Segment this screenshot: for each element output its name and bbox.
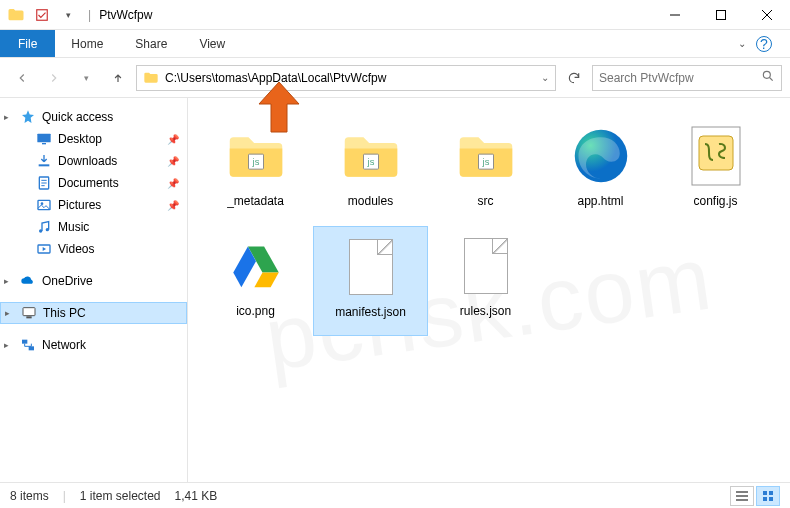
title-bar: ▾ | PtvWcfpw: [0, 0, 790, 30]
sidebar-item-label: Downloads: [58, 154, 117, 168]
chevron-right-icon[interactable]: ▸: [4, 276, 14, 286]
search-input[interactable]: [599, 71, 761, 85]
file-item[interactable]: manifest.json: [313, 226, 428, 336]
status-selection-count: 1 item selected: [80, 489, 161, 503]
sidebar-item-label: Desktop: [58, 132, 102, 146]
svg-rect-24: [699, 136, 733, 170]
chevron-right-icon[interactable]: ▸: [4, 112, 14, 122]
this-pc-icon: [21, 305, 37, 321]
tab-share[interactable]: Share: [119, 30, 183, 57]
pictures-icon: [36, 197, 52, 213]
sidebar-item-downloads[interactable]: Downloads 📌: [0, 150, 187, 172]
pin-icon: 📌: [167, 200, 179, 211]
address-path: C:\Users\tomas\AppData\Local\PtvWcfpw: [165, 71, 541, 85]
music-icon: [36, 219, 52, 235]
file-label: ico.png: [236, 304, 275, 318]
pin-icon: 📌: [167, 134, 179, 145]
chevron-right-icon[interactable]: ▸: [4, 340, 14, 350]
downloads-icon: [36, 153, 52, 169]
recent-dropdown-icon[interactable]: ▾: [72, 64, 100, 92]
title-separator: |: [88, 8, 91, 22]
sidebar-item-desktop[interactable]: Desktop 📌: [0, 128, 187, 150]
sidebar-item-label: Documents: [58, 176, 119, 190]
sidebar-item-label: Network: [42, 338, 86, 352]
annotation-arrow-icon: [254, 82, 304, 138]
sidebar-item-onedrive[interactable]: ▸ OneDrive: [0, 270, 187, 292]
search-box[interactable]: [592, 65, 782, 91]
svg-rect-12: [23, 308, 35, 316]
file-item[interactable]: jssrc: [428, 116, 543, 226]
ribbon-tabs: File Home Share View ⌄ ?: [0, 30, 790, 58]
svg-rect-1: [717, 10, 726, 19]
sidebar-item-videos[interactable]: Videos: [0, 238, 187, 260]
sidebar-item-label: This PC: [43, 306, 86, 320]
file-label: modules: [348, 194, 393, 208]
svg-rect-4: [42, 143, 46, 144]
sidebar-item-pictures[interactable]: Pictures 📌: [0, 194, 187, 216]
file-list[interactable]: pcrisk.com js_metadatajsmodulesjssrcapp.…: [188, 98, 790, 482]
file-item[interactable]: rules.json: [428, 226, 543, 336]
tab-view[interactable]: View: [183, 30, 241, 57]
onedrive-icon: [20, 273, 36, 289]
navigation-pane: ▸ Quick access Desktop 📌 Downloads 📌 Doc…: [0, 98, 188, 482]
sidebar-item-label: Pictures: [58, 198, 101, 212]
file-label: rules.json: [460, 304, 511, 318]
minimize-button[interactable]: [652, 0, 698, 30]
edge-icon: [569, 124, 633, 188]
sidebar-item-label: Quick access: [42, 110, 113, 124]
address-bar[interactable]: C:\Users\tomas\AppData\Local\PtvWcfpw ⌄: [136, 65, 556, 91]
sidebar-item-label: Videos: [58, 242, 94, 256]
sidebar-item-label: OneDrive: [42, 274, 93, 288]
sidebar-item-quick-access[interactable]: ▸ Quick access: [0, 106, 187, 128]
file-label: src: [478, 194, 494, 208]
address-dropdown-icon[interactable]: ⌄: [541, 72, 549, 83]
search-icon[interactable]: [761, 69, 775, 87]
sidebar-item-network[interactable]: ▸ Network: [0, 334, 187, 356]
details-view-button[interactable]: [730, 486, 754, 506]
pin-icon: 📌: [167, 178, 179, 189]
svg-rect-28: [769, 497, 773, 501]
status-item-count: 8 items: [10, 489, 49, 503]
help-icon[interactable]: ?: [756, 36, 772, 52]
sidebar-item-label: Music: [58, 220, 89, 234]
svg-rect-0: [37, 9, 48, 20]
blank-icon: [454, 234, 518, 298]
back-button[interactable]: [8, 64, 36, 92]
status-bar: 8 items | 1 item selected 1,41 KB: [0, 482, 790, 508]
drive-icon: [224, 234, 288, 298]
svg-rect-5: [39, 164, 50, 166]
close-button[interactable]: [744, 0, 790, 30]
window-title: PtvWcfpw: [99, 8, 152, 22]
view-mode-buttons: [730, 486, 780, 506]
svg-point-9: [39, 229, 42, 232]
sidebar-item-this-pc[interactable]: ▸ This PC: [0, 302, 187, 324]
forward-button[interactable]: [40, 64, 68, 92]
svg-rect-3: [37, 134, 50, 143]
tab-home[interactable]: Home: [55, 30, 119, 57]
file-item[interactable]: ico.png: [198, 226, 313, 336]
refresh-button[interactable]: [560, 65, 588, 91]
maximize-button[interactable]: [698, 0, 744, 30]
svg-rect-13: [26, 316, 31, 318]
sidebar-item-documents[interactable]: Documents 📌: [0, 172, 187, 194]
file-item[interactable]: config.js: [658, 116, 773, 226]
ribbon-expand-icon[interactable]: ⌄: [738, 38, 746, 49]
chevron-right-icon[interactable]: ▸: [5, 308, 15, 318]
blank-icon: [339, 235, 403, 299]
svg-point-10: [46, 228, 49, 231]
folder-icon: js: [454, 124, 518, 188]
documents-icon: [36, 175, 52, 191]
file-item[interactable]: app.html: [543, 116, 658, 226]
qat-dropdown-icon[interactable]: ▾: [56, 3, 80, 27]
js-icon: [684, 124, 748, 188]
file-item[interactable]: jsmodules: [313, 116, 428, 226]
file-label: _metadata: [227, 194, 284, 208]
properties-icon[interactable]: [30, 3, 54, 27]
up-button[interactable]: [104, 64, 132, 92]
folder-icon[interactable]: [4, 3, 28, 27]
large-icons-view-button[interactable]: [756, 486, 780, 506]
tab-file[interactable]: File: [0, 30, 55, 57]
sidebar-item-music[interactable]: Music: [0, 216, 187, 238]
status-selection-size: 1,41 KB: [175, 489, 218, 503]
window-controls: [652, 0, 790, 30]
